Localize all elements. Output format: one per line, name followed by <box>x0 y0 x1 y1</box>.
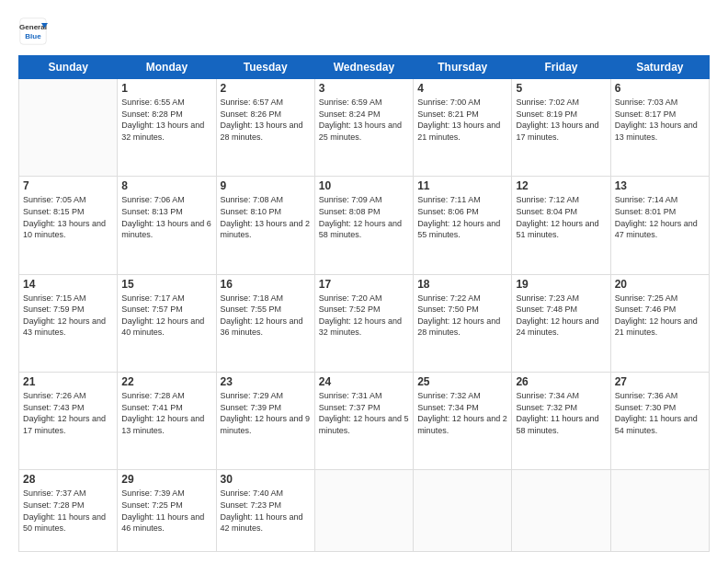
day-number: 11 <box>417 179 507 192</box>
day-number: 16 <box>221 278 311 291</box>
calendar-cell <box>610 470 709 552</box>
calendar-table: SundayMondayTuesdayWednesdayThursdayFrid… <box>18 55 710 552</box>
day-number: 24 <box>319 375 409 388</box>
day-number: 19 <box>516 278 606 291</box>
calendar-cell: 30Sunrise: 7:40 AM Sunset: 7:23 PM Dayli… <box>216 470 314 552</box>
day-number: 25 <box>417 375 507 388</box>
cell-info: Sunrise: 6:55 AM Sunset: 8:28 PM Dayligh… <box>121 97 211 143</box>
day-number: 5 <box>516 82 606 95</box>
logo: General Blue <box>18 17 48 46</box>
calendar-cell: 23Sunrise: 7:29 AM Sunset: 7:39 PM Dayli… <box>216 372 314 469</box>
day-header-saturday: Saturday <box>610 56 709 79</box>
cell-info: Sunrise: 6:57 AM Sunset: 8:26 PM Dayligh… <box>221 97 311 143</box>
calendar-cell: 2Sunrise: 6:57 AM Sunset: 8:26 PM Daylig… <box>216 79 314 177</box>
day-header-sunday: Sunday <box>19 56 118 79</box>
calendar-week-4: 28Sunrise: 7:37 AM Sunset: 7:28 PM Dayli… <box>19 470 710 552</box>
calendar-cell: 15Sunrise: 7:17 AM Sunset: 7:57 PM Dayli… <box>118 274 216 372</box>
calendar-cell: 18Sunrise: 7:22 AM Sunset: 7:50 PM Dayli… <box>414 274 512 372</box>
day-number: 22 <box>121 375 211 388</box>
calendar-cell: 12Sunrise: 7:12 AM Sunset: 8:04 PM Dayli… <box>512 177 610 274</box>
cell-info: Sunrise: 7:31 AM Sunset: 7:37 PM Dayligh… <box>319 390 409 436</box>
calendar-cell: 13Sunrise: 7:14 AM Sunset: 8:01 PM Dayli… <box>610 177 709 274</box>
day-number: 18 <box>417 278 507 291</box>
calendar-cell: 19Sunrise: 7:23 AM Sunset: 7:48 PM Dayli… <box>512 274 610 372</box>
calendar-cell: 25Sunrise: 7:32 AM Sunset: 7:34 PM Dayli… <box>414 372 512 469</box>
calendar-cell <box>19 79 118 177</box>
calendar-cell: 20Sunrise: 7:25 AM Sunset: 7:46 PM Dayli… <box>610 274 709 372</box>
page: General Blue SundayMondayTuesdayWednesda… <box>0 0 728 563</box>
cell-info: Sunrise: 7:03 AM Sunset: 8:17 PM Dayligh… <box>615 97 705 143</box>
calendar-cell: 29Sunrise: 7:39 AM Sunset: 7:25 PM Dayli… <box>118 470 216 552</box>
svg-text:Blue: Blue <box>25 32 41 40</box>
day-number: 20 <box>615 278 705 291</box>
calendar-cell: 28Sunrise: 7:37 AM Sunset: 7:28 PM Dayli… <box>19 470 118 552</box>
day-number: 13 <box>615 179 705 192</box>
day-number: 29 <box>121 473 211 486</box>
day-number: 6 <box>615 82 705 95</box>
calendar-cell: 9Sunrise: 7:08 AM Sunset: 8:10 PM Daylig… <box>216 177 314 274</box>
calendar-cell: 14Sunrise: 7:15 AM Sunset: 7:59 PM Dayli… <box>19 274 118 372</box>
cell-info: Sunrise: 7:29 AM Sunset: 7:39 PM Dayligh… <box>221 390 311 436</box>
cell-info: Sunrise: 7:11 AM Sunset: 8:06 PM Dayligh… <box>417 194 507 240</box>
calendar-cell <box>512 470 610 552</box>
cell-info: Sunrise: 7:32 AM Sunset: 7:34 PM Dayligh… <box>417 390 507 436</box>
calendar-cell: 16Sunrise: 7:18 AM Sunset: 7:55 PM Dayli… <box>216 274 314 372</box>
day-number: 28 <box>23 473 113 486</box>
cell-info: Sunrise: 7:08 AM Sunset: 8:10 PM Dayligh… <box>221 194 311 240</box>
logo-icon: General Blue <box>18 17 48 46</box>
cell-info: Sunrise: 7:12 AM Sunset: 8:04 PM Dayligh… <box>516 194 606 240</box>
calendar-cell <box>314 470 413 552</box>
calendar-cell: 22Sunrise: 7:28 AM Sunset: 7:41 PM Dayli… <box>118 372 216 469</box>
day-number: 27 <box>615 375 705 388</box>
day-number: 12 <box>516 179 606 192</box>
calendar-cell: 1Sunrise: 6:55 AM Sunset: 8:28 PM Daylig… <box>118 79 216 177</box>
calendar-week-0: 1Sunrise: 6:55 AM Sunset: 8:28 PM Daylig… <box>19 79 710 177</box>
cell-info: Sunrise: 7:05 AM Sunset: 8:15 PM Dayligh… <box>23 194 113 240</box>
day-number: 1 <box>121 82 211 95</box>
cell-info: Sunrise: 7:18 AM Sunset: 7:55 PM Dayligh… <box>221 293 311 339</box>
cell-info: Sunrise: 6:59 AM Sunset: 8:24 PM Dayligh… <box>319 97 409 143</box>
calendar-cell: 5Sunrise: 7:02 AM Sunset: 8:19 PM Daylig… <box>512 79 610 177</box>
calendar-cell: 8Sunrise: 7:06 AM Sunset: 8:13 PM Daylig… <box>118 177 216 274</box>
day-number: 4 <box>417 82 507 95</box>
calendar-cell: 6Sunrise: 7:03 AM Sunset: 8:17 PM Daylig… <box>610 79 709 177</box>
day-number: 7 <box>23 179 113 192</box>
day-header-monday: Monday <box>118 56 216 79</box>
cell-info: Sunrise: 7:23 AM Sunset: 7:48 PM Dayligh… <box>516 293 606 339</box>
day-number: 17 <box>319 278 409 291</box>
cell-info: Sunrise: 7:09 AM Sunset: 8:08 PM Dayligh… <box>319 194 409 240</box>
day-number: 8 <box>121 179 211 192</box>
calendar-cell: 11Sunrise: 7:11 AM Sunset: 8:06 PM Dayli… <box>414 177 512 274</box>
cell-info: Sunrise: 7:20 AM Sunset: 7:52 PM Dayligh… <box>319 293 409 339</box>
cell-info: Sunrise: 7:40 AM Sunset: 7:23 PM Dayligh… <box>221 488 311 534</box>
calendar-cell: 26Sunrise: 7:34 AM Sunset: 7:32 PM Dayli… <box>512 372 610 469</box>
calendar-cell: 17Sunrise: 7:20 AM Sunset: 7:52 PM Dayli… <box>314 274 413 372</box>
cell-info: Sunrise: 7:36 AM Sunset: 7:30 PM Dayligh… <box>615 390 705 436</box>
day-number: 30 <box>221 473 311 486</box>
calendar-cell: 10Sunrise: 7:09 AM Sunset: 8:08 PM Dayli… <box>314 177 413 274</box>
cell-info: Sunrise: 7:00 AM Sunset: 8:21 PM Dayligh… <box>417 97 507 143</box>
day-header-friday: Friday <box>512 56 610 79</box>
day-header-wednesday: Wednesday <box>314 56 413 79</box>
cell-info: Sunrise: 7:06 AM Sunset: 8:13 PM Dayligh… <box>121 194 211 240</box>
day-number: 21 <box>23 375 113 388</box>
calendar-cell: 4Sunrise: 7:00 AM Sunset: 8:21 PM Daylig… <box>414 79 512 177</box>
day-header-tuesday: Tuesday <box>216 56 314 79</box>
day-number: 26 <box>516 375 606 388</box>
calendar-week-2: 14Sunrise: 7:15 AM Sunset: 7:59 PM Dayli… <box>19 274 710 372</box>
cell-info: Sunrise: 7:25 AM Sunset: 7:46 PM Dayligh… <box>615 293 705 339</box>
calendar-week-3: 21Sunrise: 7:26 AM Sunset: 7:43 PM Dayli… <box>19 372 710 469</box>
day-header-thursday: Thursday <box>414 56 512 79</box>
cell-info: Sunrise: 7:17 AM Sunset: 7:57 PM Dayligh… <box>121 293 211 339</box>
cell-info: Sunrise: 7:22 AM Sunset: 7:50 PM Dayligh… <box>417 293 507 339</box>
header: General Blue <box>18 17 710 46</box>
calendar-cell: 27Sunrise: 7:36 AM Sunset: 7:30 PM Dayli… <box>610 372 709 469</box>
day-number: 10 <box>319 179 409 192</box>
calendar-cell: 21Sunrise: 7:26 AM Sunset: 7:43 PM Dayli… <box>19 372 118 469</box>
day-number: 9 <box>221 179 311 192</box>
cell-info: Sunrise: 7:37 AM Sunset: 7:28 PM Dayligh… <box>23 488 113 534</box>
day-number: 23 <box>221 375 311 388</box>
calendar-header-row: SundayMondayTuesdayWednesdayThursdayFrid… <box>19 56 710 79</box>
day-number: 15 <box>121 278 211 291</box>
calendar-cell: 3Sunrise: 6:59 AM Sunset: 8:24 PM Daylig… <box>314 79 413 177</box>
